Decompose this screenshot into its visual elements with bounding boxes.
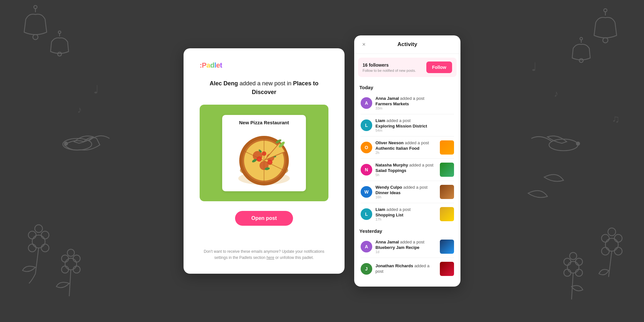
followers-count: 16 followers [363,62,416,68]
avatar: W [361,186,372,198]
open-post-button[interactable]: Open post [235,211,293,226]
activity-panel: × Activity 16 followers Follow to be not… [354,35,460,287]
activity-thumbnail [440,240,454,254]
list-item[interactable]: N Natasha Murphy added a post Salad Topp… [358,159,457,180]
list-item[interactable]: J Jonathan Richards added a post [358,259,457,279]
avatar: O [361,142,372,153]
activity-item-text: Anna Jamal added a post Farmers Markets … [375,96,454,110]
activity-item-text: Anna Jamal added a post Blueberry Jam Re… [375,240,437,254]
email-footer: Don't want to receive these emails anymo… [200,249,328,261]
yesterday-label: Yesterday [358,224,457,236]
list-item[interactable]: W Wendy Culpo added a post Dinner Ideas … [358,182,457,202]
pizza-image [232,128,296,186]
avatar: N [361,164,372,175]
avatar: J [361,263,372,275]
post-card: New Pizza Restaurant [222,115,306,191]
activity-item-text: Jonathan Richards added a post [375,263,437,274]
avatar: A [361,97,372,109]
email-author: Alec Deng [210,80,238,87]
activity-thumbnail [440,163,454,177]
activity-title: Activity [397,41,417,48]
list-item[interactable]: L Liam added a post Exploring Mission Di… [358,115,457,136]
activity-thumbnail [440,185,454,199]
post-card-title: New Pizza Restaurant [227,120,301,125]
activity-item-text: Liam added a post Shopping List 17h [375,207,437,221]
email-subject: Alec Deng added a new post in Places to … [200,79,328,97]
activity-content: Today A Anna Jamal added a post Farmers … [354,81,460,287]
avatar: L [361,208,372,220]
followers-subtitle: Follow to be notified of new posts. [363,69,416,72]
avatar: A [361,241,372,252]
post-preview: New Pizza Restaurant [200,105,328,201]
activity-item-text: Liam added a post Exploring Mission Dist… [375,118,454,132]
close-button[interactable]: × [359,40,368,49]
activity-thumbnail [440,207,454,221]
followers-banner: 16 followers Follow to be notified of ne… [358,58,457,77]
activity-header: × Activity [354,35,460,54]
follow-button[interactable]: Follow [426,62,452,73]
activity-item-text: Natasha Murphy added a post Salad Toppin… [375,163,437,177]
list-item[interactable]: A Anna Jamal added a post Blueberry Jam … [358,236,457,257]
main-container: :Padlet Alec Deng added a new post in Pl… [0,0,644,322]
activity-item-text: Oliver Neeson added a post Authentic Ita… [375,140,437,155]
email-card: :Padlet Alec Deng added a new post in Pl… [184,48,345,274]
activity-thumbnail [440,140,454,155]
list-item[interactable]: L Liam added a post Shopping List 17h [358,204,457,224]
activity-item-text: Wendy Culpo added a post Dinner Ideas 16… [375,185,437,199]
list-item[interactable]: O Oliver Neeson added a post Authentic I… [358,137,457,158]
logo: :Padlet [200,61,222,70]
footer-link[interactable]: here [267,255,274,260]
today-label: Today [358,81,457,93]
list-item[interactable]: A Anna Jamal added a post Farmers Market… [358,93,457,113]
avatar: L [361,119,372,131]
followers-info: 16 followers Follow to be notified of ne… [363,62,416,72]
activity-thumbnail [440,262,454,276]
